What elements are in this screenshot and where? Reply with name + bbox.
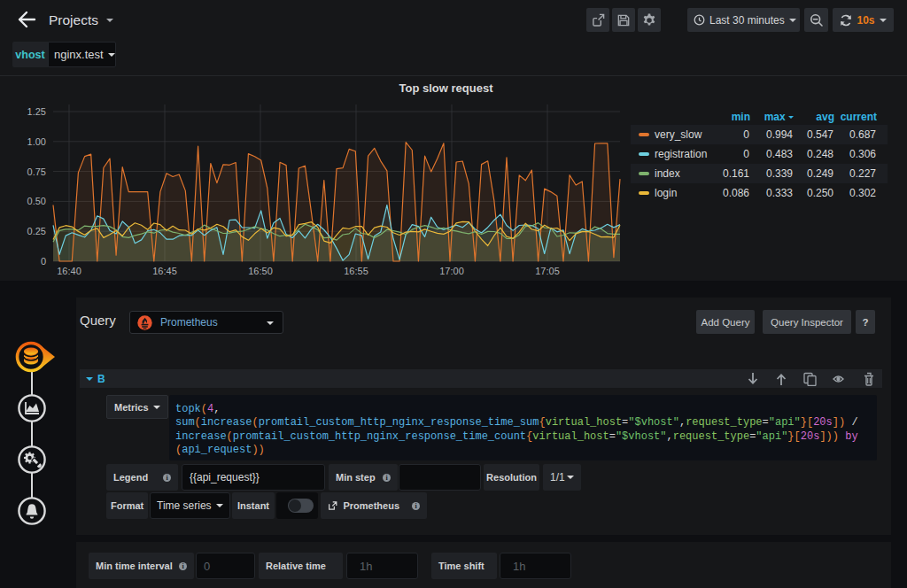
svg-text:16:55: 16:55 [344, 266, 368, 276]
svg-text:16:45: 16:45 [152, 266, 177, 276]
svg-text:17:05: 17:05 [535, 266, 560, 276]
svg-text:0: 0 [41, 256, 46, 267]
svg-text:1.25: 1.25 [27, 106, 46, 117]
svg-text:0.75: 0.75 [27, 166, 46, 177]
svg-text:16:40: 16:40 [57, 266, 81, 276]
svg-text:0.25: 0.25 [27, 226, 46, 236]
svg-text:1.00: 1.00 [27, 136, 46, 147]
svg-text:0.50: 0.50 [27, 196, 46, 206]
svg-text:17:00: 17:00 [439, 266, 464, 276]
svg-text:16:50: 16:50 [248, 266, 273, 276]
